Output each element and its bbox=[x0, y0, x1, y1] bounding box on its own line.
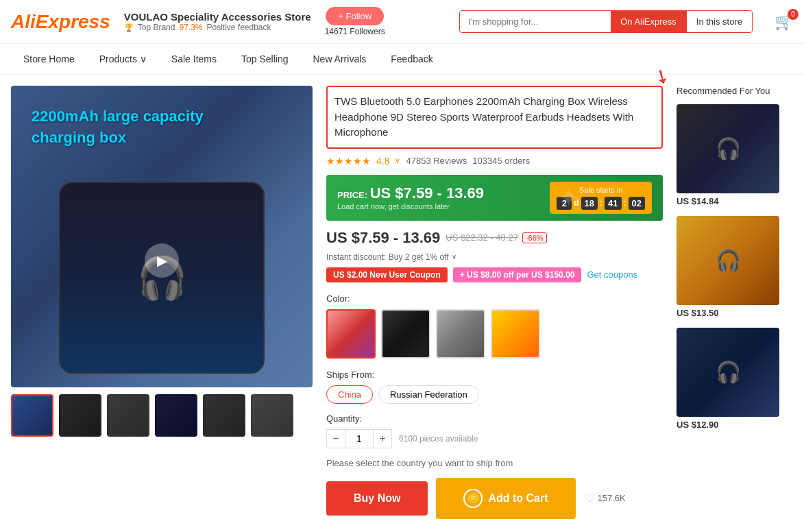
color-section: Color: bbox=[326, 293, 663, 359]
orders-count: 103345 orders bbox=[472, 156, 530, 166]
countdown-colon-1: : bbox=[600, 198, 602, 208]
countdown-hours: 18 bbox=[581, 197, 598, 210]
feedback-percent: 97.3% bbox=[179, 23, 202, 32]
image-overlay-text: 2200mAh large capacitycharging box bbox=[32, 106, 204, 149]
feedback-label: Positive feedback bbox=[206, 23, 271, 32]
search-aliexpress-button[interactable]: On AliExpress bbox=[611, 11, 686, 32]
top-brand-label: Top Brand bbox=[138, 23, 175, 32]
thumbnail-1[interactable] bbox=[11, 394, 53, 437]
stars-icon: ★★★★★ bbox=[326, 156, 371, 167]
discount-badge: -66% bbox=[522, 232, 547, 243]
cart-icon[interactable]: 🛒 0 bbox=[775, 13, 793, 31]
rec-price-2: US $13.50 bbox=[677, 308, 793, 318]
price-label: PRICE: bbox=[337, 190, 367, 200]
color-option-2[interactable] bbox=[381, 309, 430, 359]
ship-options: China Russian Federation bbox=[326, 385, 663, 404]
price-row: US $7.59 - 13.69 US $22.32 - 40.27 -66% bbox=[326, 229, 663, 247]
price-banner-range: US $7.59 - 13.69 bbox=[370, 184, 484, 202]
color-option-3[interactable] bbox=[436, 309, 485, 359]
countdown-colon-2: : bbox=[624, 198, 626, 208]
rec-image-2: 🎧 bbox=[677, 216, 779, 305]
add-to-cart-label: Add to Cart bbox=[488, 492, 548, 505]
quantity-decrease-button[interactable]: − bbox=[326, 429, 345, 448]
thumbnail-6[interactable] bbox=[251, 394, 293, 437]
quantity-increase-button[interactable]: + bbox=[373, 429, 392, 448]
instant-discount: Instant discount: Buy 2 get 1% off ∨ bbox=[326, 252, 663, 262]
store-meta: 🏆 Top Brand 97.3% Positive feedback bbox=[124, 23, 311, 32]
countdown-minutes: 41 bbox=[605, 197, 621, 210]
get-coupons-link[interactable]: Get coupons bbox=[587, 269, 637, 280]
follow-section: + Follow 14671 Followers bbox=[325, 7, 385, 36]
header: AliExpress VOULAO Speciality Accessories… bbox=[0, 0, 804, 44]
recommendations-title: Recommended For You bbox=[677, 86, 793, 97]
nav-store-home[interactable]: Store Home bbox=[11, 44, 87, 74]
color-options bbox=[326, 309, 663, 359]
price-sub: Load cart now, get discounts later bbox=[337, 202, 484, 210]
add-to-cart-button[interactable]: 🪙 Add to Cart bbox=[436, 478, 575, 519]
rating-dropdown[interactable]: ∨ bbox=[395, 156, 400, 165]
search-store-button[interactable]: In this store bbox=[686, 11, 752, 32]
top-brand-badge: 🏆 bbox=[124, 23, 134, 32]
price-banner-left: PRICE: US $7.59 - 13.69 Load cart now, g… bbox=[337, 184, 484, 210]
rec-item-2[interactable]: 🎧 US $13.50 bbox=[677, 216, 793, 318]
action-buttons: Buy Now 🪙 Add to Cart ♡ 157.6K bbox=[326, 478, 663, 519]
follow-button[interactable]: + Follow bbox=[326, 7, 384, 25]
store-info: VOULAO Speciality Accessories Store 🏆 To… bbox=[124, 11, 311, 32]
rec-price-3: US $12.90 bbox=[677, 420, 793, 430]
main-content: 2200mAh large capacitycharging box 🎧 ▶ ➘… bbox=[0, 75, 804, 530]
rec-item-3[interactable]: 🎧 US $12.90 bbox=[677, 328, 793, 430]
logo: AliExpress bbox=[11, 11, 110, 33]
quantity-input[interactable] bbox=[345, 429, 373, 448]
ship-notice: Please select the country you want to sh… bbox=[326, 458, 663, 468]
nav-feedback[interactable]: Feedback bbox=[378, 44, 445, 74]
banner-star-decor: ✦ bbox=[557, 182, 581, 213]
cart-badge: 0 bbox=[788, 9, 799, 20]
ships-from-section: Ships From: China Russian Federation bbox=[326, 370, 663, 404]
product-images: 2200mAh large capacitycharging box 🎧 ▶ bbox=[11, 86, 313, 519]
thumbnail-3[interactable] bbox=[107, 394, 149, 437]
nav-new-arrivals[interactable]: New Arrivals bbox=[300, 44, 378, 74]
thumbnail-5[interactable] bbox=[203, 394, 245, 437]
rec-item-1[interactable]: 🎧 US $14.84 bbox=[677, 104, 793, 206]
product-details: ➘ TWS Bluetooth 5.0 Earphones 2200mAh Ch… bbox=[326, 86, 663, 519]
coupons-row: US $2.00 New User Coupon + US $8.00 off … bbox=[326, 267, 663, 282]
nav-top-selling[interactable]: Top Selling bbox=[229, 44, 301, 74]
search-input[interactable] bbox=[460, 11, 611, 32]
ships-from-label: Ships From: bbox=[326, 370, 663, 380]
instant-discount-text: Instant discount: Buy 2 get 1% off bbox=[326, 252, 449, 262]
nav-products[interactable]: Products ∨ bbox=[87, 44, 159, 74]
rec-price-1: US $14.84 bbox=[677, 196, 793, 206]
followers-count: 14671 Followers bbox=[325, 27, 385, 36]
original-price: US $22.32 - 40.27 bbox=[446, 232, 518, 243]
pieces-available: 6100 pieces available bbox=[399, 434, 478, 444]
coupon-bulk[interactable]: + US $8.00 off per US $150.00 bbox=[453, 267, 582, 282]
discount-dropdown-icon[interactable]: ∨ bbox=[452, 253, 456, 261]
heart-icon: ♡ bbox=[584, 491, 595, 506]
color-label: Color: bbox=[326, 293, 663, 304]
current-price: US $7.59 - 13.69 bbox=[326, 229, 440, 247]
thumbnail-4[interactable] bbox=[155, 394, 197, 437]
product-title: TWS Bluetooth 5.0 Earphones 2200mAh Char… bbox=[326, 86, 663, 149]
coupon-new-user[interactable]: US $2.00 New User Coupon bbox=[326, 267, 448, 282]
main-product-image: 2200mAh large capacitycharging box 🎧 ▶ bbox=[11, 86, 313, 387]
price-banner-label: PRICE: US $7.59 - 13.69 bbox=[337, 184, 484, 202]
wishlist-button[interactable]: ♡ 157.6K bbox=[584, 491, 626, 506]
quantity-label: Quantity: bbox=[326, 413, 663, 424]
color-option-1[interactable] bbox=[326, 309, 376, 359]
rating-row: ★★★★★ 4.8 ∨ 47853 Reviews 103345 orders bbox=[326, 156, 663, 167]
rec-image-3: 🎧 bbox=[677, 328, 779, 417]
thumbnail-list bbox=[11, 394, 313, 437]
reviews-count: 47853 Reviews bbox=[406, 156, 467, 166]
store-name: VOULAO Speciality Accessories Store bbox=[124, 11, 311, 23]
rating-number: 4.8 bbox=[376, 156, 389, 167]
thumbnail-2[interactable] bbox=[59, 394, 101, 437]
wishlist-count: 157.6K bbox=[598, 493, 626, 503]
color-option-4[interactable] bbox=[491, 309, 540, 359]
quantity-section: Quantity: − + 6100 pieces available bbox=[326, 413, 663, 448]
ship-russia-button[interactable]: Russian Federation bbox=[378, 385, 479, 404]
buy-now-button[interactable]: Buy Now bbox=[326, 481, 428, 516]
nav-sale-items[interactable]: Sale Items bbox=[159, 44, 229, 74]
play-video-button[interactable]: ▶ bbox=[145, 243, 179, 278]
rec-image-1: 🎧 bbox=[677, 104, 779, 193]
ship-china-button[interactable]: China bbox=[326, 385, 373, 404]
